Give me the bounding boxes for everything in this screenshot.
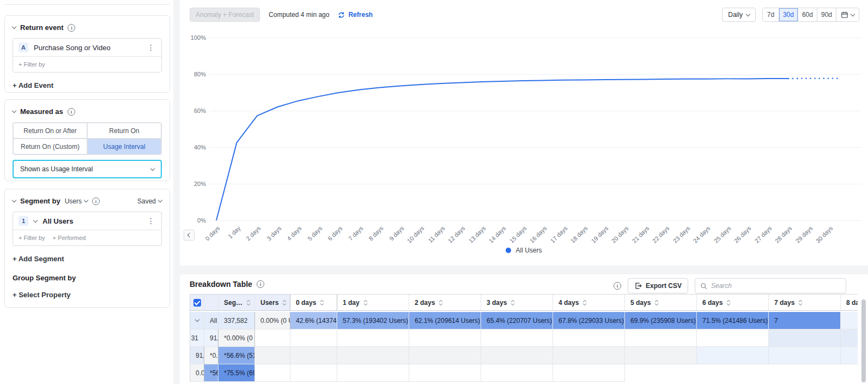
collapse-chevron-icon[interactable]	[12, 25, 16, 29]
segment-name[interactable]: All Users	[43, 217, 141, 225]
row-expand-cell[interactable]	[190, 312, 204, 329]
value-cell[interactable]	[625, 347, 697, 364]
users-count-cell[interactable]: 337,582	[218, 312, 255, 329]
sort-icon[interactable]	[363, 300, 368, 305]
filter-by-link[interactable]: + Filter by	[19, 61, 45, 68]
value-cell[interactable]	[255, 347, 290, 364]
search-input[interactable]	[711, 282, 841, 290]
value-cell[interactable]	[625, 329, 697, 347]
segment-label-cell[interactable]: All Users	[204, 312, 218, 329]
sort-icon[interactable]	[511, 300, 515, 305]
users-count-cell[interactable]: 91,832	[190, 347, 204, 364]
value-cell[interactable]: *0.00% (0 Users)	[204, 347, 218, 364]
value-cell[interactable]	[255, 329, 290, 347]
shown-as-dropdown[interactable]: Shown as Usage Interval	[13, 160, 162, 178]
segment-row[interactable]: 1 All Users ⋮	[13, 212, 161, 230]
chart-legend[interactable]: All Users	[180, 247, 868, 254]
add-segment-button[interactable]: + Add Segment	[13, 255, 162, 263]
sort-icon[interactable]	[246, 300, 251, 305]
event-row[interactable]: A Purchase Song or Video ⋮	[13, 39, 161, 56]
refresh-button[interactable]: Refresh	[338, 11, 373, 19]
value-cell[interactable]	[409, 329, 481, 347]
value-cell[interactable]	[553, 364, 625, 382]
search-box[interactable]	[695, 278, 846, 293]
info-icon[interactable]: i	[257, 280, 264, 288]
value-cell[interactable]	[481, 347, 553, 364]
anomaly-forecast-button[interactable]: Anomaly + Forecast	[190, 8, 260, 22]
sort-icon[interactable]	[726, 300, 731, 305]
value-cell[interactable]	[697, 329, 769, 347]
info-icon[interactable]: i	[68, 108, 75, 116]
info-icon[interactable]: i	[614, 282, 621, 290]
calendar-dropdown[interactable]	[836, 8, 859, 21]
sort-icon[interactable]	[582, 300, 587, 305]
filter-by-link[interactable]: + Filter by	[19, 235, 45, 241]
kebab-menu-icon[interactable]: ⋮	[146, 218, 156, 224]
column-header-2days[interactable]: 2 days	[409, 295, 481, 311]
value-cell[interactable]: 62.1% (209614 Users)	[409, 312, 481, 329]
range-button-60d[interactable]: 60d	[798, 8, 817, 21]
value-cell[interactable]	[409, 347, 481, 364]
value-cell[interactable]	[553, 329, 625, 347]
value-cell[interactable]	[290, 364, 337, 382]
value-cell[interactable]: *75.5% (69847 Users)	[218, 364, 255, 382]
info-icon[interactable]: i	[92, 197, 100, 205]
value-cell[interactable]	[290, 347, 337, 364]
value-cell[interactable]: 0.00% (0 Users)	[190, 364, 204, 382]
chevron-down-icon[interactable]	[33, 218, 38, 222]
collapse-panel-button[interactable]	[184, 230, 195, 241]
value-cell[interactable]: *56.6% (51985 Users)	[218, 347, 255, 364]
measured-as-option[interactable]: Return On or After	[13, 123, 87, 139]
collapse-chevron-icon[interactable]	[12, 198, 16, 202]
info-icon[interactable]: i	[68, 24, 75, 32]
value-cell[interactable]	[255, 364, 290, 382]
value-cell[interactable]	[553, 347, 625, 364]
column-header-4days[interactable]: 4 days	[553, 295, 625, 311]
chevron-down-icon[interactable]	[195, 317, 199, 322]
range-button-90d[interactable]: 90d	[817, 8, 836, 21]
value-cell[interactable]	[337, 347, 409, 364]
value-cell[interactable]: 71.5% (241486 Users)	[697, 312, 769, 329]
column-header-0days[interactable]: 0 days	[290, 295, 337, 311]
sort-icon[interactable]	[282, 300, 287, 305]
column-header-6days[interactable]: 6 days	[697, 295, 769, 311]
measured-as-option[interactable]: Return On	[87, 123, 161, 139]
column-header-8days[interactable]: 8 days	[841, 295, 858, 311]
select-all-checkbox-cell[interactable]	[190, 295, 204, 311]
column-header-users[interactable]: Users	[255, 295, 290, 311]
value-cell[interactable]	[337, 329, 409, 347]
measured-as-option[interactable]: Return On (Custom)	[13, 139, 87, 154]
segment-label-cell[interactable]: Mar 31	[190, 329, 204, 347]
collapse-chevron-icon[interactable]	[12, 109, 16, 113]
column-header-3days[interactable]: 3 days	[481, 295, 553, 311]
select-property-button[interactable]: + Select Property	[13, 291, 162, 299]
value-cell[interactable]: *56.6% (52365 Users)	[204, 364, 218, 382]
saved-dropdown[interactable]: Saved	[137, 197, 162, 205]
value-cell[interactable]: 67.8% (229033 Users)	[553, 312, 625, 329]
range-button-7d[interactable]: 7d	[763, 8, 779, 21]
sort-icon[interactable]	[320, 300, 324, 305]
event-name[interactable]: Purchase Song or Video	[34, 44, 141, 52]
segment-scope-dropdown[interactable]: Users	[65, 197, 88, 205]
value-cell[interactable]	[337, 364, 409, 382]
column-header-7days[interactable]: 7 days	[769, 295, 841, 311]
column-header-5days[interactable]: 5 days	[625, 295, 697, 311]
sort-icon[interactable]	[654, 300, 659, 305]
value-cell[interactable]: 69.9% (235908 Users)	[625, 312, 697, 329]
kebab-menu-icon[interactable]: ⋮	[146, 45, 156, 50]
value-cell[interactable]: 65.4% (220707 Users)	[481, 312, 553, 329]
add-event-button[interactable]: + Add Event	[13, 81, 162, 89]
segment-label-cell[interactable]: Mar 29	[841, 347, 858, 364]
granularity-dropdown[interactable]: Daily	[722, 8, 756, 22]
value-cell[interactable]: 7	[769, 312, 841, 329]
value-cell[interactable]	[409, 364, 481, 382]
checkbox-checked-icon[interactable]	[193, 299, 201, 307]
performed-link[interactable]: + Performed	[53, 235, 86, 241]
users-count-cell[interactable]: 91,138	[204, 329, 218, 347]
measured-as-option[interactable]: Usage Interval	[87, 139, 161, 154]
value-cell[interactable]	[481, 329, 553, 347]
value-cell[interactable]	[290, 329, 337, 347]
export-csv-button[interactable]: Export CSV	[628, 278, 688, 293]
sort-icon[interactable]	[798, 300, 803, 305]
value-cell[interactable]: *0.00% (0 Users)	[218, 329, 255, 347]
